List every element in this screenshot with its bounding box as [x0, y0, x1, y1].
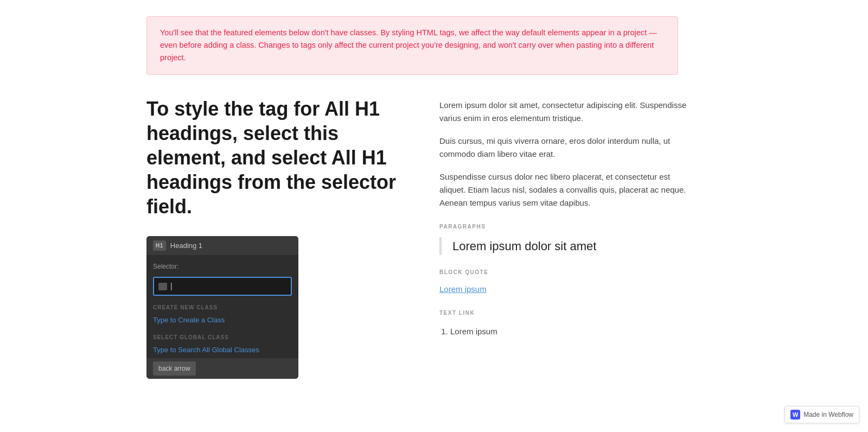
blockquote-text: Lorem ipsum dolor sit amet — [452, 237, 689, 255]
selector-input-row: | — [146, 275, 298, 300]
paragraph-2: Duis cursus, mi quis viverra ornare, ero… — [439, 135, 689, 161]
block-quote-label: BLOCK QUOTE — [439, 268, 689, 276]
text-link-label: TEXT LINK — [439, 309, 689, 317]
info-banner-text: You'll see that the featured elements be… — [160, 27, 665, 65]
page-wrapper: You'll see that the featured elements be… — [0, 0, 868, 432]
heading-label: Heading 1 — [170, 240, 202, 251]
list-item: Lorem ipsum — [450, 326, 689, 338]
back-arrow-button[interactable]: back arrow — [153, 361, 196, 376]
list-demo: Lorem ipsum — [439, 326, 689, 338]
paragraphs-section-label: PARAGRAPHS — [439, 223, 689, 231]
instruction-heading: To style the tag for All H1 headings, se… — [146, 97, 407, 219]
text-link-demo: Lorem ipsum — [439, 283, 689, 296]
selector-icon — [158, 283, 167, 290]
type-to-search-option[interactable]: Type to Search All Global Classes — [146, 344, 298, 357]
text-link[interactable]: Lorem ipsum — [439, 284, 487, 294]
select-global-label: SELECT GLOBAL CLASS — [146, 330, 298, 344]
left-column: To style the tag for All H1 headings, se… — [146, 97, 407, 379]
webflow-badge-label: Made in Webflow — [803, 410, 853, 420]
selector-ui-mockup: H1 Heading 1 Selector: | — [146, 236, 298, 379]
webflow-badge: W Made in Webflow — [784, 406, 859, 423]
h1-badge: H1 — [153, 240, 166, 251]
main-content: You'll see that the featured elements be… — [0, 0, 694, 395]
blockquote-demo: Lorem ipsum dolor sit amet — [439, 237, 689, 255]
selector-header: H1 Heading 1 — [146, 236, 298, 256]
selector-input-field[interactable]: | — [153, 277, 292, 296]
back-arrow-row: back arrow — [146, 358, 298, 379]
selector-cursor: | — [170, 281, 173, 292]
selector-label: Selector: — [153, 263, 178, 270]
paragraph-3: Suspendisse cursus dolor nec libero plac… — [439, 170, 689, 209]
paragraph-1: Lorem ipsum dolor sit amet, consectetur … — [439, 99, 689, 125]
webflow-w-icon: W — [790, 410, 800, 420]
two-col-layout: To style the tag for All H1 headings, se… — [146, 97, 694, 379]
create-class-section: CREATE NEW CLASS Type to Create a Class — [146, 300, 298, 330]
create-class-label: CREATE NEW CLASS — [153, 303, 292, 312]
right-column: Lorem ipsum dolor sit amet, consectetur … — [439, 97, 689, 338]
type-to-create-option[interactable]: Type to Create a Class — [153, 314, 292, 327]
info-banner: You'll see that the featured elements be… — [146, 16, 678, 75]
selector-label-row: Selector: — [146, 255, 298, 275]
